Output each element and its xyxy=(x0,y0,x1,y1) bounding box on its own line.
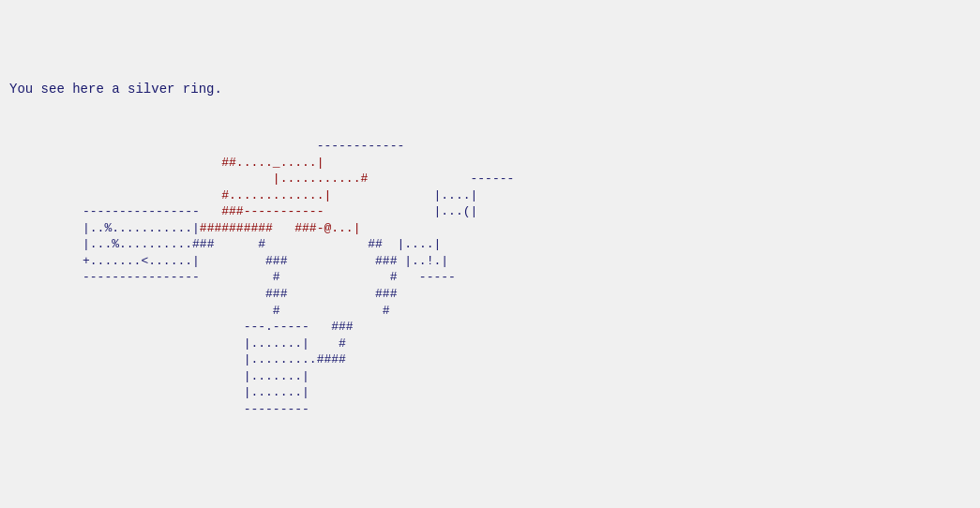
intro-text: You see here a silver ring. xyxy=(9,81,971,99)
ascii-art-container: ------------ ##....._.....| |...........… xyxy=(9,122,971,418)
